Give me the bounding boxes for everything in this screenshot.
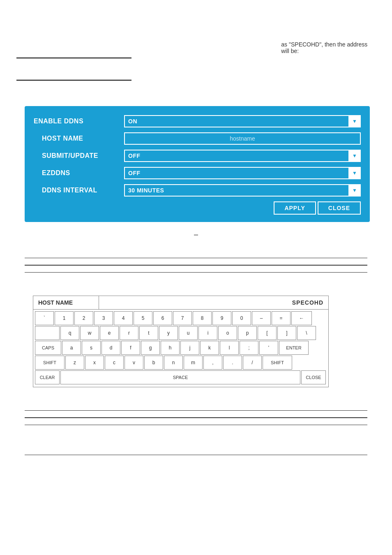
bottom-separator-1	[25, 410, 367, 411]
cursor-indicator: –	[16, 230, 376, 239]
enable-ddns-label: ENABLE DDNS	[34, 118, 124, 125]
key-open-bracket[interactable]: [	[258, 326, 277, 340]
underline-1	[16, 58, 131, 58]
key-w[interactable]: w	[80, 326, 99, 340]
enable-ddns-select[interactable]: ON OFF	[124, 115, 361, 127]
key-8[interactable]: 8	[193, 311, 212, 325]
key-backspace[interactable]: ←	[291, 311, 312, 325]
ezddns-select[interactable]: OFF ON	[124, 167, 361, 179]
key-close-bracket[interactable]: ]	[277, 326, 296, 340]
key-period[interactable]: .	[223, 356, 242, 370]
key-a[interactable]: a	[62, 341, 81, 355]
ddns-interval-row: DDNS INTERVAL 30 MINUTES 1 HOUR 6 HOURS …	[34, 184, 361, 197]
key-n[interactable]: n	[164, 356, 183, 370]
key-5[interactable]: 5	[134, 311, 152, 325]
ddns-panel: ENABLE DDNS ON OFF ▼ HOST NAME SUBMIT/UP…	[25, 106, 370, 222]
key-quote[interactable]: '	[259, 341, 278, 355]
key-clear[interactable]: CLEAR	[35, 370, 60, 384]
key-shift-left[interactable]: SHIFT	[35, 356, 65, 370]
key-y[interactable]: y	[159, 326, 178, 340]
ddns-interval-label: DDNS INTERVAL	[34, 187, 124, 194]
separator-line-3	[25, 272, 367, 273]
key-u[interactable]: u	[179, 326, 198, 340]
ddns-interval-select[interactable]: 30 MINUTES 1 HOUR 6 HOURS	[124, 184, 361, 197]
key-b[interactable]: b	[144, 356, 163, 370]
key-row-asdf: CAPS a s d f g h j k l ; ' ENTER	[35, 341, 327, 355]
key-d[interactable]: d	[101, 341, 120, 355]
key-v[interactable]: v	[125, 356, 143, 370]
key-close-keyboard[interactable]: CLOSE	[301, 370, 326, 384]
key-row-numbers: ` 1 2 3 4 5 6 7 8 9 0 – = ←	[35, 311, 327, 325]
key-7[interactable]: 7	[173, 311, 192, 325]
key-l[interactable]: l	[220, 341, 239, 355]
footer-separator	[25, 455, 367, 455]
separator-line-1	[25, 258, 367, 258]
apply-button[interactable]: APPLY	[274, 201, 316, 215]
key-p[interactable]: p	[238, 326, 257, 340]
key-g[interactable]: g	[141, 341, 160, 355]
keyboard-rows: ` 1 2 3 4 5 6 7 8 9 0 – = ← q w e	[33, 310, 328, 387]
key-f[interactable]: f	[121, 341, 140, 355]
key-e[interactable]: e	[100, 326, 119, 340]
key-backtick[interactable]: `	[35, 311, 54, 325]
key-tab[interactable]	[35, 326, 60, 340]
keyboard-header: HOST NAME SPECOHD	[33, 296, 328, 310]
key-c[interactable]: c	[105, 356, 124, 370]
key-shift-right[interactable]: SHIFT	[263, 356, 292, 370]
key-t[interactable]: t	[139, 326, 158, 340]
key-1[interactable]: 1	[55, 311, 74, 325]
key-m[interactable]: m	[184, 356, 203, 370]
submit-update-control: OFF ON ▼	[124, 150, 361, 162]
key-z[interactable]: z	[65, 356, 84, 370]
submit-update-label: SUBMIT/UPDATE	[34, 152, 124, 160]
key-semicolon[interactable]: ;	[240, 341, 258, 355]
keyboard-field-value: SPECOHD	[99, 296, 328, 309]
key-s[interactable]: s	[82, 341, 101, 355]
key-backslash[interactable]: \	[297, 326, 316, 340]
key-row-bottom: CLEAR SPACE CLOSE	[35, 370, 327, 384]
key-9[interactable]: 9	[212, 311, 231, 325]
submit-update-row: SUBMIT/UPDATE OFF ON ▼	[34, 150, 361, 162]
host-name-label: HOST NAME	[34, 135, 124, 142]
ezddns-label: EZDDNS	[34, 169, 124, 177]
key-slash[interactable]: /	[243, 356, 262, 370]
key-dash[interactable]: –	[252, 311, 271, 325]
host-name-control	[124, 132, 361, 145]
keyboard-panel: HOST NAME SPECOHD ` 1 2 3 4 5 6 7 8 9 0 …	[33, 296, 329, 387]
ezddns-control: OFF ON ▼	[124, 167, 361, 179]
key-h[interactable]: h	[161, 341, 180, 355]
bottom-separator-2	[25, 417, 367, 418]
enable-ddns-control: ON OFF ▼	[124, 115, 361, 127]
separator-line-2	[25, 265, 367, 266]
key-enter[interactable]: ENTER	[279, 341, 309, 355]
key-4[interactable]: 4	[114, 311, 133, 325]
key-caps-lock[interactable]: CAPS	[35, 341, 61, 355]
ddns-buttons: APPLY CLOSE	[34, 201, 361, 215]
key-j[interactable]: j	[180, 341, 199, 355]
bottom-separator-3	[25, 425, 367, 425]
key-k[interactable]: k	[200, 341, 219, 355]
key-row-zxcv: SHIFT z x c v b n m , . / SHIFT	[35, 356, 327, 370]
key-row-qwerty: q w e r t y u i o p [ ] \	[35, 326, 327, 340]
key-2[interactable]: 2	[74, 311, 93, 325]
host-name-row: HOST NAME	[34, 132, 361, 145]
keyboard-field-label: HOST NAME	[33, 296, 99, 309]
host-name-input[interactable]	[124, 132, 361, 145]
close-button[interactable]: CLOSE	[318, 201, 361, 215]
key-i[interactable]: i	[198, 326, 217, 340]
underline-2	[16, 80, 131, 81]
key-x[interactable]: x	[85, 356, 104, 370]
enable-ddns-row: ENABLE DDNS ON OFF ▼	[34, 115, 361, 127]
ddns-interval-control: 30 MINUTES 1 HOUR 6 HOURS ▼	[124, 184, 361, 197]
key-r[interactable]: r	[120, 326, 138, 340]
key-6[interactable]: 6	[153, 311, 172, 325]
key-3[interactable]: 3	[94, 311, 113, 325]
key-q[interactable]: q	[60, 326, 79, 340]
submit-update-select[interactable]: OFF ON	[124, 150, 361, 162]
key-o[interactable]: o	[218, 326, 237, 340]
key-equals[interactable]: =	[272, 311, 291, 325]
key-0[interactable]: 0	[232, 311, 251, 325]
key-comma[interactable]: ,	[203, 356, 222, 370]
key-space[interactable]: SPACE	[60, 370, 300, 384]
ezddns-row: EZDDNS OFF ON ▼	[34, 167, 361, 179]
